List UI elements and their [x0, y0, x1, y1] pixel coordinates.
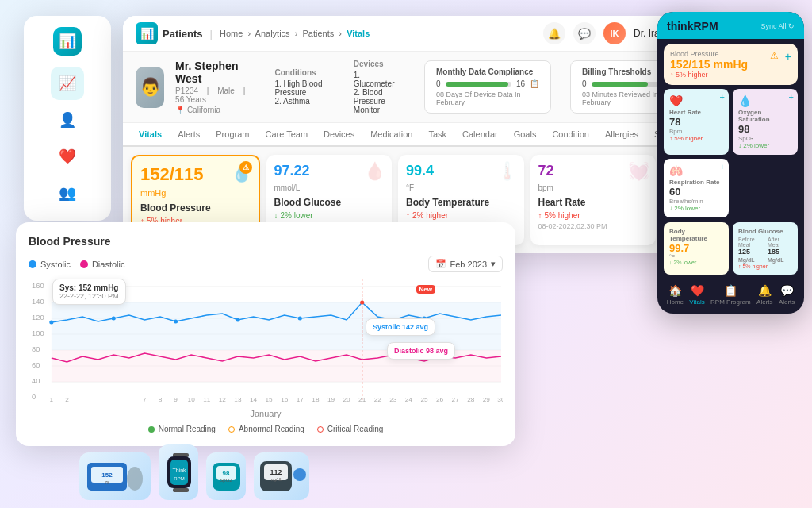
temp-card-trend: ↓ 2% lower — [669, 260, 723, 265]
after-meal-value: 185 Mg/dL — [768, 248, 792, 264]
mobile-resp-card[interactable]: + 🫁 Respiration Rate 60 Breaths/min ↓ 2%… — [664, 159, 729, 217]
abnormal-circle — [228, 426, 235, 433]
tab-condition[interactable]: Condition — [544, 123, 596, 147]
tab-medication[interactable]: Medication — [362, 123, 420, 147]
critical-label: Critical Reading — [327, 425, 384, 433]
mobile-oxygen-plus[interactable]: + — [789, 92, 794, 102]
bp-name: Blood Pressure — [140, 202, 251, 214]
legend-systolic: Systolic — [29, 260, 71, 269]
tab-goals[interactable]: Goals — [506, 123, 545, 147]
chart-legend-bottom: Normal Reading Abnormal Reading Critical… — [29, 425, 503, 433]
messages-button[interactable]: 💬 — [573, 22, 596, 44]
hr-icon: 💓 — [628, 161, 649, 182]
svg-text:18: 18 — [312, 396, 320, 403]
sidebar-item-patients[interactable]: 👤 — [51, 103, 84, 137]
mobile-glucose-bottom-card[interactable]: Blood Glucose Before Meal 125 Mg/dL Afte… — [733, 222, 798, 275]
mobile-temp-card[interactable]: Body Temperature 99.7 °F ↓ 2% lower — [664, 222, 729, 275]
svg-text:40: 40 — [32, 377, 40, 385]
svg-text:112: 112 — [270, 468, 282, 476]
devices-col: Devices 1. Glucometer 2. Blood Pressure … — [354, 60, 397, 114]
tab-allergies[interactable]: Allergies — [597, 123, 646, 147]
mobile-hr-card[interactable]: + ❤️ Heart Rate 78 Bpm ↑ 5% higher — [664, 89, 729, 155]
glucose-trend: ↓ 2% lower — [274, 211, 385, 220]
systolic-label: Systolic — [40, 260, 71, 269]
mobile-bp-card[interactable]: Blood Pressure 152/115 mmHg ↑ 5% higher … — [664, 44, 798, 85]
new-badge-container: New — [416, 280, 435, 294]
svg-text:13: 13 — [234, 396, 242, 403]
patient-meta: P1234 | Male | 56 Years — [175, 87, 255, 104]
svg-text:80: 80 — [32, 345, 40, 353]
temp-icon: 🌡️ — [496, 161, 518, 182]
month-label: January — [29, 409, 503, 418]
tab-program[interactable]: Program — [208, 123, 257, 147]
patient-id: P1234 — [175, 87, 198, 95]
glucose-unit: mmol/L — [274, 183, 301, 192]
nav-tabs: Vitals Alerts Program Care Team Devices … — [123, 123, 710, 147]
device-item-3: Monitor — [354, 106, 397, 114]
home-nav-icon: 🏠 — [668, 284, 682, 297]
temp-card-label: Body Temperature — [669, 228, 723, 242]
tab-vitals[interactable]: Vitals — [131, 123, 170, 147]
legend-diastolic: Diastolic — [80, 260, 125, 269]
hr-trend: ↑ 5% higher — [538, 211, 649, 220]
after-meal-col: After Meal 185 Mg/dL — [768, 237, 792, 264]
sidebar-item-vitals[interactable]: ❤️ — [51, 140, 84, 173]
compliance-bar-track — [446, 82, 511, 87]
mobile-nav-vitals[interactable]: ❤️ Vitals — [689, 284, 704, 306]
notifications-button[interactable]: 🔔 — [543, 22, 565, 44]
patient-avatar: 👨 — [136, 67, 164, 108]
alerts-nav-label: Alerts — [756, 298, 772, 306]
dashboard-header: 📊 Patients | Home › Analytics › Patients… — [123, 16, 710, 52]
tab-task[interactable]: Task — [420, 123, 454, 147]
svg-text:Think: Think — [172, 468, 186, 473]
bp-unit: mmHg — [140, 188, 166, 198]
hr-timestamp: 08-02-2022,02.30 PM — [538, 222, 649, 230]
compliance-title: Monthly Data Compliance — [436, 67, 539, 76]
condition-item-2: 2. Asthma — [274, 97, 331, 106]
vitals-card-hr[interactable]: 💓 72 bpm Heart Rate ↑ 5% higher 08-02-20… — [530, 155, 657, 245]
mobile-bp-plus-button[interactable]: + — [785, 50, 791, 63]
tab-care-team[interactable]: Care Team — [257, 123, 316, 147]
bp-alert: ⚠ — [239, 161, 252, 174]
systolic-dot — [29, 260, 36, 268]
mobile-hr-plus[interactable]: + — [720, 92, 725, 102]
svg-text:12: 12 — [219, 396, 227, 403]
calendar-icon: 📅 — [435, 259, 446, 269]
compliance-desc: 08 Days Of Device Data In February. — [436, 90, 539, 106]
temp-card-value: 99.7 — [669, 242, 723, 254]
mobile-resp-plus[interactable]: + — [720, 162, 725, 171]
vitals-nav-icon: ❤️ — [691, 284, 704, 297]
svg-text:140: 140 — [32, 298, 44, 306]
mobile-sync[interactable]: Sync All ↻ — [760, 22, 795, 30]
device-item-1: 1. Glucometer — [354, 71, 397, 88]
rpm-nav-label: RPM Program — [710, 298, 751, 306]
billing-bar-fill — [592, 82, 649, 87]
device-smartwatch: Think RPM — [159, 444, 198, 500]
sidebar-item-careteam[interactable]: 👥 — [51, 176, 84, 210]
tab-devices[interactable]: Devices — [316, 123, 362, 147]
svg-text:SpO2: SpO2 — [220, 478, 232, 483]
resp-card-unit: Breaths/min — [669, 198, 723, 205]
svg-text:160: 160 — [32, 282, 44, 290]
device-item-2: 2. Blood Pressure — [354, 88, 397, 106]
mobile-nav-home[interactable]: 🏠 Home — [667, 284, 684, 306]
svg-text:22: 22 — [374, 396, 382, 403]
mobile-nav-alerts[interactable]: 🔔 Alerts — [756, 284, 772, 306]
svg-text:21: 21 — [358, 396, 366, 403]
glucose-bottom-trend: ↑ 5% higher — [738, 264, 792, 269]
svg-text:11: 11 — [203, 396, 211, 403]
mobile-oxygen-card[interactable]: + 💧 Oxygen Saturation 98 SpO₂ ↓ 2% lower — [733, 89, 798, 155]
temp-name: Body Temperature — [406, 197, 516, 208]
mobile-nav-chat[interactable]: 💬 Alerts — [779, 284, 795, 306]
devices-row: 152 78 Think RPM 98 SpO2 112 mg/dL — [79, 444, 309, 500]
mobile-nav-rpm[interactable]: 📋 RPM Program — [710, 284, 751, 306]
date-filter[interactable]: 📅 Feb 2023 ▾ — [428, 256, 503, 272]
resp-card-icon: 🫁 — [669, 164, 723, 177]
tab-calendar[interactable]: Calendar — [454, 123, 506, 147]
svg-text:152: 152 — [102, 471, 113, 479]
tab-alerts[interactable]: Alerts — [170, 123, 208, 147]
sidebar-item-analytics[interactable]: 📈 — [51, 67, 84, 100]
oxygen-card-value: 98 — [738, 123, 792, 135]
svg-text:29: 29 — [483, 396, 491, 403]
conditions-title: Conditions — [274, 68, 331, 77]
